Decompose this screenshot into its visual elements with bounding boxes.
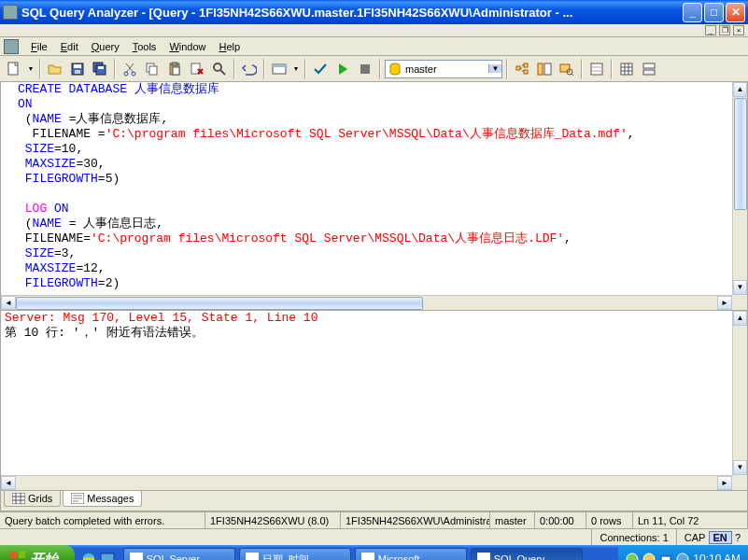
editor-vscrollbar[interactable]: ▲ ▼	[732, 82, 747, 295]
status-user: 1FI35NH42S66XWU\Administra	[341, 512, 490, 528]
svg-rect-13	[173, 67, 179, 75]
mdi-close-button[interactable]: ×	[733, 25, 744, 35]
tab-grids[interactable]: Grids	[4, 491, 61, 507]
scroll-right-button[interactable]: ►	[717, 476, 732, 490]
scroll-down-button[interactable]: ▼	[733, 460, 747, 475]
menu-tools[interactable]: Tools	[126, 39, 163, 54]
parse-button[interactable]	[310, 59, 331, 79]
titlebar: SQL Query Analyzer - [Query - 1FI35NH42S…	[0, 0, 748, 24]
execute-mode-button[interactable]	[269, 59, 289, 79]
save-button[interactable]	[67, 59, 88, 79]
scroll-left-button[interactable]: ◄	[1, 476, 16, 490]
menu-help[interactable]: Help	[213, 39, 247, 54]
desktop-icon[interactable]	[99, 551, 116, 560]
object-search-button[interactable]	[557, 59, 577, 79]
database-icon	[388, 62, 402, 77]
tab-messages-label: Messages	[87, 493, 134, 504]
find-button[interactable]	[209, 59, 230, 79]
close-button[interactable]: ✕	[726, 3, 745, 22]
query-editor[interactable]: CREATE DATABASE 人事信息数据库 ON (NAME =人事信息数据…	[1, 82, 747, 295]
undo-button[interactable]	[239, 59, 260, 79]
new-dropdown-button[interactable]: ▼	[26, 59, 35, 79]
svg-rect-31	[12, 493, 25, 504]
lang-indicator[interactable]: EN	[709, 531, 732, 544]
estimated-plan-button[interactable]	[512, 59, 532, 79]
show-results-button[interactable]	[639, 59, 659, 79]
task-datetime[interactable]: 日期, 时间 ...	[239, 548, 351, 560]
tray-icon[interactable]	[642, 553, 656, 560]
save-all-button[interactable]	[90, 59, 110, 79]
menu-edit[interactable]: Edit	[54, 39, 85, 54]
tray-clock[interactable]: 10:10 AM	[693, 553, 741, 560]
messages-icon	[71, 493, 84, 504]
statusbar: Query batch completed with errors. 1FI35…	[0, 511, 748, 528]
scroll-up-button[interactable]: ▲	[733, 82, 747, 97]
svg-point-15	[214, 63, 221, 71]
status-position: Ln 11, Col 72	[633, 512, 748, 528]
status-rows: 0 rows	[586, 512, 633, 528]
scroll-thumb[interactable]	[734, 98, 747, 210]
editor-hscrollbar[interactable]: ◄ ►	[1, 295, 732, 310]
execute-button[interactable]	[332, 59, 353, 79]
tray-icon[interactable]	[676, 553, 689, 560]
svg-rect-10	[149, 66, 157, 75]
cut-button[interactable]	[120, 59, 140, 79]
svg-rect-3	[75, 70, 80, 74]
start-button[interactable]: 开始	[0, 545, 75, 560]
document-icon	[4, 39, 19, 54]
mdi-restore-button[interactable]: ❐	[719, 25, 730, 35]
task-microsoft[interactable]: Microsoft ...	[355, 548, 467, 560]
execute-mode-dropdown[interactable]: ▼	[291, 59, 301, 79]
svg-rect-18	[360, 64, 370, 74]
object-browser-button[interactable]	[534, 59, 555, 79]
svg-point-41	[643, 553, 655, 560]
tray-icon[interactable]	[626, 553, 639, 560]
status-server: 1FI35NH42S66XWU (8.0)	[205, 512, 341, 528]
scroll-down-button[interactable]: ▼	[733, 280, 747, 295]
mdi-minimize-button[interactable]: _	[705, 25, 716, 35]
ie-icon[interactable]	[80, 551, 97, 560]
copy-button[interactable]	[142, 59, 162, 79]
scroll-corner	[732, 475, 747, 490]
maximize-button[interactable]: □	[704, 3, 724, 22]
current-conn-button[interactable]	[586, 59, 607, 79]
paste-button[interactable]	[164, 59, 185, 79]
results-hscrollbar[interactable]: ◄ ►	[1, 475, 732, 490]
menu-window[interactable]: Window	[162, 39, 212, 54]
svg-rect-0	[8, 63, 18, 75]
scroll-left-button[interactable]: ◄	[1, 296, 16, 310]
svg-rect-34	[19, 552, 25, 558]
svg-rect-33	[10, 552, 17, 558]
status-time: 0:00:00	[535, 512, 586, 528]
database-dropdown-button[interactable]: ▼	[488, 64, 501, 73]
task-sqlserver[interactable]: SQL Server...	[123, 548, 235, 560]
scroll-corner	[732, 295, 747, 310]
svg-rect-42	[661, 556, 670, 560]
results-grid-button[interactable]	[616, 59, 637, 79]
hscroll-thumb[interactable]	[16, 297, 423, 310]
scroll-up-button[interactable]: ▲	[733, 311, 747, 326]
toolbar: ▼ ▼ ▼	[0, 56, 748, 82]
status-database: master	[490, 512, 535, 528]
results-vscrollbar[interactable]: ▲ ▼	[732, 311, 747, 475]
svg-rect-12	[172, 63, 177, 65]
menu-file[interactable]: FFileile	[24, 39, 54, 54]
app-task-icon	[361, 553, 374, 560]
lang-help-icon[interactable]: ?	[735, 532, 741, 543]
task-sqlquery[interactable]: SQL Query ...	[471, 548, 583, 560]
open-button[interactable]	[45, 59, 65, 79]
svg-rect-38	[101, 553, 114, 560]
scroll-right-button[interactable]: ►	[717, 296, 732, 310]
cancel-execute-button[interactable]	[355, 59, 375, 79]
minimize-button[interactable]: _	[683, 3, 702, 22]
new-query-button[interactable]	[4, 59, 24, 79]
database-selector[interactable]: ▼	[385, 60, 502, 78]
svg-rect-2	[74, 64, 81, 68]
tray-icon[interactable]	[659, 553, 672, 560]
messages-output[interactable]: Server: Msg 170, Level 15, State 1, Line…	[1, 311, 747, 475]
database-input[interactable]	[404, 63, 488, 76]
quicklaunch	[75, 551, 121, 560]
tab-messages[interactable]: Messages	[63, 491, 142, 507]
menu-query[interactable]: Query	[85, 39, 126, 54]
clear-button[interactable]	[187, 59, 207, 79]
